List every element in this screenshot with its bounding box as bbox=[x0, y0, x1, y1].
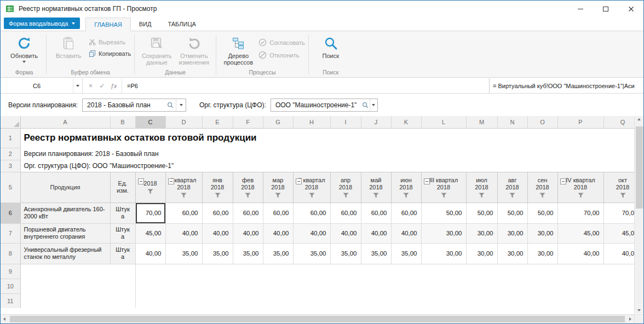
column-header-N[interactable]: N bbox=[497, 116, 527, 128]
value-cell-I7[interactable]: 40,00 bbox=[330, 223, 361, 243]
product-cell-A7[interactable]: Поршневой двигатель внутреннего сгорания bbox=[20, 223, 110, 243]
horizontal-scroll-thumb[interactable] bbox=[10, 316, 625, 322]
sheet-title-cell[interactable]: Реестр нормативных остатков готовой прод… bbox=[20, 128, 634, 148]
table-header-A[interactable]: Продукция bbox=[20, 172, 110, 202]
table-header-M[interactable]: июл2018 bbox=[466, 172, 497, 202]
search-button[interactable]: Поиск bbox=[312, 33, 349, 59]
value-cell-G6[interactable]: 60,00 bbox=[263, 202, 293, 223]
select-all-corner[interactable] bbox=[1, 116, 20, 128]
cut-button[interactable]: Вырезать bbox=[89, 38, 125, 45]
value-cell-M7[interactable]: 30,00 bbox=[466, 223, 497, 243]
value-cell-G7[interactable]: 40,00 bbox=[263, 223, 293, 243]
unit-cell-B6[interactable]: Штука bbox=[110, 202, 135, 223]
value-cell-C6[interactable]: 70,00 bbox=[135, 202, 165, 223]
unit-cell-B8[interactable]: Штука bbox=[110, 243, 135, 264]
table-header-J[interactable]: май2018 bbox=[361, 172, 391, 202]
value-cell-Q8[interactable]: 40,00 bbox=[603, 243, 634, 264]
paste-button[interactable]: Вставить bbox=[50, 33, 87, 59]
value-cell-J7[interactable]: 40,00 bbox=[361, 223, 391, 243]
filter-funnel-icon[interactable] bbox=[147, 189, 153, 194]
value-cell-E6[interactable]: 60,00 bbox=[202, 202, 233, 223]
column-header-H[interactable]: H bbox=[293, 116, 330, 128]
filter-funnel-icon[interactable] bbox=[620, 193, 626, 198]
row-header-5[interactable]: 5 bbox=[1, 172, 20, 202]
row-header-2[interactable]: 2 bbox=[1, 148, 20, 160]
value-cell-I8[interactable]: 35,00 bbox=[330, 243, 361, 264]
value-cell-O8[interactable]: 30,00 bbox=[527, 243, 557, 264]
filter-funnel-icon[interactable] bbox=[245, 193, 251, 198]
value-cell-P8[interactable]: 40,00 bbox=[557, 243, 603, 264]
column-header-L[interactable]: L bbox=[421, 116, 466, 128]
version-combobox[interactable]: 2018 - Базовый план bbox=[82, 99, 186, 112]
scroll-up-icon[interactable] bbox=[637, 118, 641, 120]
empty-cell[interactable] bbox=[20, 279, 135, 293]
tab-home[interactable]: ГЛАВНАЯ bbox=[85, 18, 130, 31]
table-header-H[interactable]: II квартал2018 bbox=[293, 172, 330, 202]
value-cell-G8[interactable]: 35,00 bbox=[263, 243, 293, 264]
filter-funnel-icon[interactable] bbox=[275, 193, 281, 198]
value-cell-L8[interactable]: 30,00 bbox=[421, 243, 466, 264]
row-header-11[interactable]: 11 bbox=[1, 293, 20, 308]
row-header-9[interactable]: 9 bbox=[1, 264, 20, 279]
value-cell-F6[interactable]: 60,00 bbox=[233, 202, 263, 223]
table-header-C[interactable]: 2018 bbox=[135, 172, 165, 202]
filter-funnel-icon[interactable] bbox=[181, 193, 187, 198]
tab-table[interactable]: ТАБЛИЦА bbox=[159, 17, 204, 31]
value-cell-M6[interactable]: 50,00 bbox=[466, 202, 497, 223]
value-cell-E7[interactable]: 40,00 bbox=[202, 223, 233, 243]
cell-name-box[interactable]: C6 bbox=[1, 78, 83, 93]
filter-funnel-icon[interactable] bbox=[309, 193, 315, 198]
table-header-O[interactable]: сен2018 bbox=[527, 172, 557, 202]
value-cell-M8[interactable]: 30,00 bbox=[466, 243, 497, 264]
table-header-E[interactable]: янв2018 bbox=[202, 172, 233, 202]
column-header-M[interactable]: M bbox=[466, 116, 497, 128]
empty-cell[interactable] bbox=[135, 264, 634, 279]
value-cell-P7[interactable]: 45,00 bbox=[557, 223, 603, 243]
value-cell-Q7[interactable]: 45,00 bbox=[603, 223, 634, 243]
value-cell-H8[interactable]: 35,00 bbox=[293, 243, 330, 264]
table-header-D[interactable]: I квартал2018 bbox=[165, 172, 202, 202]
tab-view[interactable]: ВИД bbox=[131, 17, 160, 31]
value-cell-K8[interactable]: 35,00 bbox=[391, 243, 421, 264]
column-header-I[interactable]: I bbox=[330, 116, 361, 128]
formula-input[interactable]: =P6 bbox=[122, 78, 489, 93]
empty-cell[interactable] bbox=[135, 293, 634, 308]
empty-cell[interactable] bbox=[20, 264, 135, 279]
minimize-button[interactable] bbox=[568, 1, 593, 17]
empty-cell[interactable] bbox=[20, 293, 135, 308]
lookup-search-icon[interactable] bbox=[165, 102, 176, 108]
save-data-button[interactable]: Сохранить данные bbox=[138, 33, 175, 66]
value-cell-C8[interactable]: 40,00 bbox=[135, 243, 165, 264]
horizontal-scrollbar[interactable] bbox=[1, 314, 634, 323]
value-cell-P6[interactable]: 70,00 bbox=[557, 202, 603, 223]
column-header-P[interactable]: P bbox=[557, 116, 603, 128]
vertical-scroll-thumb[interactable] bbox=[636, 126, 643, 209]
value-cell-D8[interactable]: 35,00 bbox=[165, 243, 202, 264]
value-cell-Q6[interactable]: 70,00 bbox=[603, 202, 634, 223]
filter-funnel-icon[interactable] bbox=[343, 193, 349, 198]
scroll-right-icon[interactable] bbox=[629, 317, 631, 321]
undo-changes-button[interactable]: Отменить изменения bbox=[175, 33, 212, 66]
table-header-K[interactable]: июн2018 bbox=[391, 172, 421, 202]
column-header-F[interactable]: F bbox=[233, 116, 263, 128]
process-tree-button[interactable]: Дерево процессов bbox=[220, 33, 257, 66]
vertical-scrollbar[interactable] bbox=[634, 116, 643, 314]
name-box-dropdown[interactable] bbox=[73, 78, 82, 93]
collapse-minus-icon[interactable] bbox=[560, 178, 566, 184]
copy-button[interactable]: Копировать bbox=[89, 50, 131, 57]
value-cell-F7[interactable]: 40,00 bbox=[233, 223, 263, 243]
lookup-search-icon[interactable] bbox=[361, 102, 369, 108]
reject-button[interactable]: Отклонить bbox=[258, 51, 299, 59]
filter-funnel-icon[interactable] bbox=[509, 193, 515, 198]
product-cell-A6[interactable]: Асинхронный двигатель 160-2000 кВт bbox=[20, 202, 110, 223]
combo-dropdown-arrow[interactable] bbox=[176, 99, 186, 111]
value-cell-K6[interactable]: 60,00 bbox=[391, 202, 421, 223]
value-cell-L6[interactable]: 50,00 bbox=[421, 202, 466, 223]
row-header-1[interactable]: 1 bbox=[1, 128, 20, 148]
table-header-P[interactable]: IV квартал2018 bbox=[557, 172, 603, 202]
row-header-3[interactable]: 3 bbox=[1, 160, 20, 172]
combo-dropdown-arrow[interactable] bbox=[370, 99, 377, 111]
sheet-info-cell[interactable]: Версии планирования: 2018 - Базовый план bbox=[20, 148, 634, 160]
filter-funnel-icon[interactable] bbox=[373, 193, 379, 198]
filter-funnel-icon[interactable] bbox=[403, 193, 409, 198]
